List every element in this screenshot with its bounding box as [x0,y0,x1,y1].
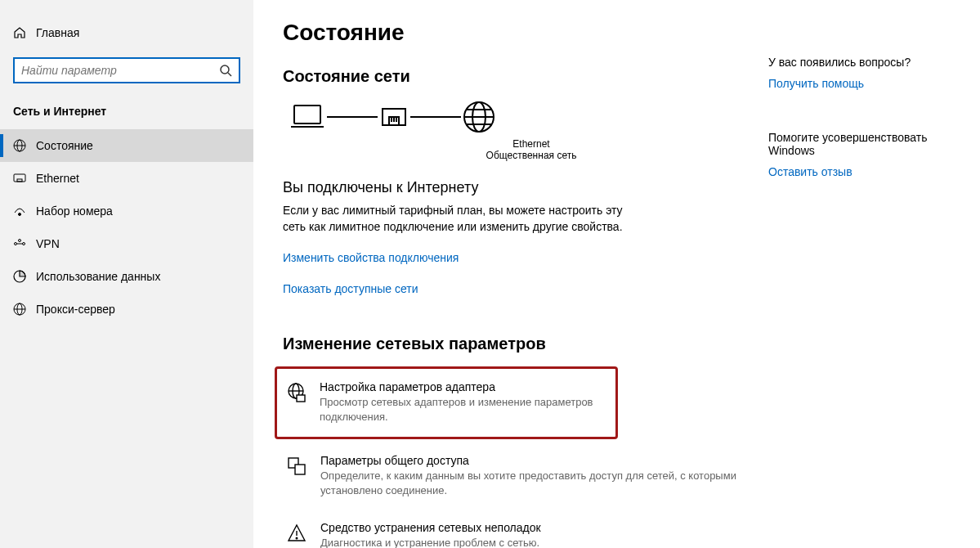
globe-large-icon [461,99,497,135]
main-area: Состояние Состояние сети Ether [253,0,980,548]
network-state-heading: Состояние сети [283,67,741,86]
option-sharing[interactable]: Параметры общего доступа Определите, к к… [283,449,741,506]
svg-rect-33 [295,465,305,474]
search-icon [219,64,232,77]
search-box[interactable] [13,57,240,83]
nav-data-usage[interactable]: Использование данных [0,260,253,293]
globe-icon [13,139,36,152]
home-icon [13,26,36,39]
right-column: У вас появились вопросы? Получить помощь… [741,20,961,548]
diagram-router [378,101,410,133]
diagram-connector [327,116,378,118]
option-desc: Просмотр сетевых адаптеров и изменение п… [320,395,607,424]
help-question: У вас появились вопросы? [768,56,961,69]
svg-rect-5 [14,174,25,182]
feedback-link[interactable]: Оставить отзыв [768,165,961,178]
nav-vpn[interactable]: VPN [0,227,253,260]
option-adapter-settings[interactable]: Настройка параметров адаптера Просмотр с… [275,366,618,438]
page-title: Состояние [283,20,741,46]
adapter-icon [285,380,308,403]
connected-heading: Вы подключены к Интернету [283,179,741,196]
search-container [0,46,253,98]
option-troubleshoot[interactable]: Средство устранения сетевых неполадок Ди… [283,516,741,548]
proxy-icon [13,303,36,316]
nav-ethernet[interactable]: Ethernet [0,162,253,195]
content-column: Состояние Состояние сети Ether [283,20,741,548]
svg-rect-6 [17,179,22,182]
dialup-icon [13,204,36,218]
nav-label: Набор номера [36,204,113,218]
search-input[interactable] [21,64,219,77]
home-nav[interactable]: Главная [0,20,253,46]
svg-rect-16 [294,106,320,124]
connected-desc: Если у вас лимитный тарифный план, вы мо… [283,203,626,235]
option-title: Настройка параметров адаптера [320,380,607,393]
nav-label: Прокси-сервер [36,303,115,316]
svg-point-11 [19,240,21,242]
ethernet-label: Ethernet [322,138,741,150]
option-desc: Определите, к каким данным вы хотите пре… [320,469,737,498]
nav-label: VPN [36,237,60,250]
option-title: Параметры общего доступа [320,454,737,467]
ethernet-icon [13,172,36,185]
diagram-labels: Ethernet Общественная сеть [322,138,741,161]
home-label: Главная [36,26,79,39]
warning-icon [286,521,309,544]
svg-point-0 [221,65,229,74]
svg-rect-31 [297,395,305,402]
svg-line-1 [228,73,231,76]
laptop-icon [288,101,327,133]
vpn-icon [13,237,36,250]
nav-label: Состояние [36,139,93,152]
network-diagram [283,99,741,135]
nav-label: Использование данных [36,270,160,283]
svg-point-9 [23,243,25,245]
svg-point-8 [15,243,17,245]
feedback-question: Помогите усовершенствовать Windows [768,131,961,157]
data-usage-icon [13,270,36,283]
sidebar: Главная Сеть и Интернет Состояние Ethern… [0,0,253,548]
network-type-label: Общественная сеть [322,150,741,161]
option-desc: Диагностика и устранение проблем с сетью… [320,536,737,548]
sharing-icon [286,454,309,477]
nav-dialup[interactable]: Набор номера [0,195,253,227]
link-show-networks[interactable]: Показать доступные сети [283,282,418,295]
category-header: Сеть и Интернет [0,98,253,129]
svg-point-35 [296,537,298,539]
change-params-heading: Изменение сетевых параметров [283,335,741,353]
option-title: Средство устранения сетевых неполадок [320,521,737,534]
svg-point-7 [19,213,21,216]
nav-proxy[interactable]: Прокси-сервер [0,293,253,326]
nav-status[interactable]: Состояние [0,129,253,162]
link-change-properties[interactable]: Изменить свойства подключения [283,251,459,264]
get-help-link[interactable]: Получить помощь [768,77,961,90]
nav-label: Ethernet [36,172,79,185]
diagram-connector [410,116,461,118]
